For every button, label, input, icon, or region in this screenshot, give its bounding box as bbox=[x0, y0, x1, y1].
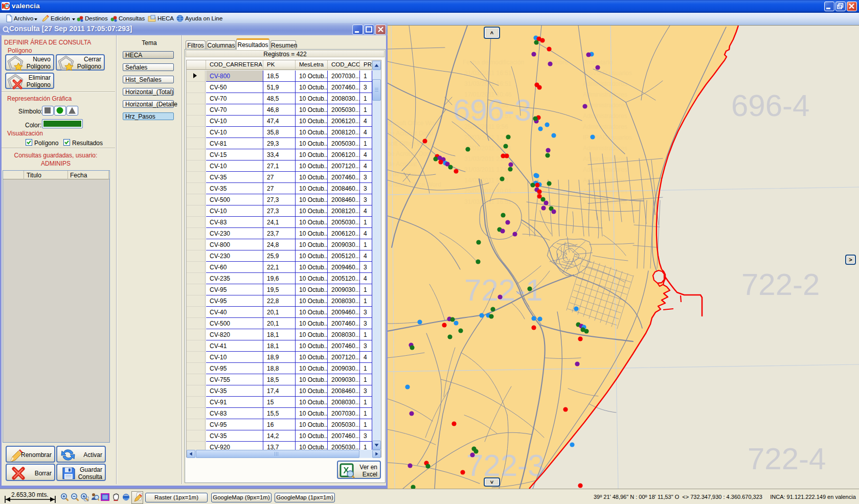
svg-text:IPSVIAD.usuarios: IPSVIAD.usuarios bbox=[583, 70, 632, 77]
svg-text:31/03/2011 17:05: 31/03/2011 17:05 bbox=[464, 166, 512, 173]
svg-text:Administradores: Administradores bbox=[583, 155, 627, 163]
svg-text:Administradores: Administradores bbox=[583, 123, 627, 130]
svg-text:IPSVIAD.usuarios: IPSVIAD.usuarios bbox=[583, 134, 632, 141]
svg-text:˃: ˃ bbox=[849, 257, 852, 263]
svg-text:n de datos: n de datos bbox=[388, 171, 416, 178]
svg-text:Administradores: Administradores bbox=[583, 112, 627, 120]
svg-text:Propietario: Propietario bbox=[583, 59, 613, 66]
svg-text:˄: ˄ bbox=[490, 30, 494, 36]
svg-text:696-4: 696-4 bbox=[731, 88, 809, 123]
svg-text:be Acrobat Docu: be Acrobat Docu bbox=[388, 130, 433, 137]
svg-text:Administradores: Administradores bbox=[583, 80, 627, 87]
svg-text:Administradores: Administradores bbox=[583, 91, 627, 98]
svg-text:Fecha de modificación: Fecha de modificación bbox=[463, 59, 524, 66]
svg-text:Administradores: Administradores bbox=[583, 145, 627, 152]
svg-text:722-4: 722-4 bbox=[748, 442, 826, 476]
svg-text:31/03/2011 16:51: 31/03/2011 16:51 bbox=[464, 70, 512, 77]
svg-text:Administradores: Administradores bbox=[583, 166, 627, 173]
svg-text:crosoft Office Word: crosoft Office Word bbox=[388, 120, 440, 127]
svg-text:722-2: 722-2 bbox=[741, 267, 820, 302]
svg-text:696-3: 696-3 bbox=[453, 93, 531, 127]
svg-text:Administradores: Administradores bbox=[583, 102, 627, 109]
svg-text:˅: ˅ bbox=[490, 479, 494, 485]
svg-text:722-3: 722-3 bbox=[466, 448, 545, 483]
